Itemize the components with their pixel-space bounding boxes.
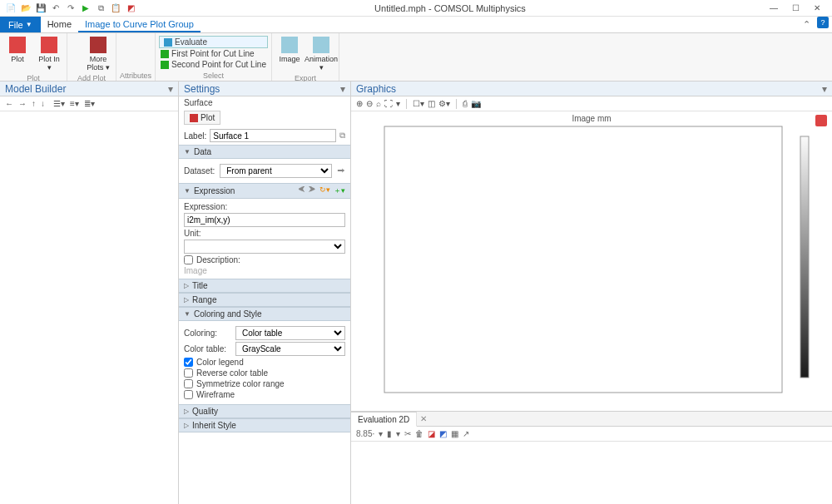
- section-data[interactable]: ▼Data: [179, 145, 350, 159]
- panel-menu-icon[interactable]: ▾: [822, 83, 827, 95]
- bottom-tab-evaluation[interactable]: Evaluation 2D: [351, 412, 417, 427]
- nav-back-icon[interactable]: ←: [5, 99, 13, 108]
- section-coloring[interactable]: ▼Coloring and Style: [179, 307, 350, 321]
- dataset-select[interactable]: From parent: [220, 164, 332, 178]
- expr-insert-icon[interactable]: ＋▾: [334, 185, 345, 196]
- panel-menu-icon[interactable]: ▾: [168, 83, 173, 95]
- paste-icon[interactable]: 📋: [110, 2, 121, 14]
- zoom-box-icon[interactable]: ⌕: [376, 99, 381, 108]
- settings-plot-button[interactable]: Plot: [184, 111, 220, 125]
- eval-del-icon[interactable]: 🗑: [415, 429, 423, 438]
- plot-badge-icon: [815, 115, 827, 126]
- tab-close-icon[interactable]: ✕: [417, 412, 430, 426]
- label-input[interactable]: [210, 129, 336, 142]
- eval-bar-icon[interactable]: ▮: [387, 429, 392, 438]
- eval-plot1-icon[interactable]: ◪: [428, 429, 435, 438]
- undo-icon[interactable]: ↶: [50, 2, 62, 14]
- minimize-button[interactable]: —: [765, 2, 782, 15]
- eval-export-icon[interactable]: ↗: [463, 429, 469, 438]
- plot-button[interactable]: Plot: [3, 35, 32, 73]
- ribbon-group-export: Image Animation ▾ Export: [272, 33, 339, 81]
- unit-select[interactable]: [184, 240, 345, 254]
- expand-icon[interactable]: ☰▾: [53, 99, 65, 108]
- ribbon-tab-active[interactable]: Image to Curve Plot Group: [78, 17, 201, 32]
- first-point-button[interactable]: First Point for Cut Line: [159, 48, 268, 59]
- more-plots-button[interactable]: More Plots ▾: [84, 35, 112, 73]
- expr-back-icon[interactable]: ⮜: [298, 185, 305, 196]
- colortable-select[interactable]: GrayScale: [235, 342, 345, 356]
- eval-grid-icon[interactable]: ▦: [451, 429, 458, 438]
- color-legend-checkbox[interactable]: [184, 358, 193, 367]
- quick-access-toolbar: 📄 📂 💾 ↶ ↷ ▶ ⧉ 📋 ◩: [0, 2, 141, 14]
- collapse-ribbon-icon[interactable]: ⌃: [796, 17, 817, 32]
- eval-format-icon[interactable]: 8.85·: [356, 429, 374, 438]
- zoom-in-icon[interactable]: ⊕: [356, 99, 363, 108]
- bottom-toolbar: 8.85·▾ ▮ ▾ ✂ 🗑 ◪ ◩ ▦ ↗: [351, 427, 832, 442]
- maximize-button[interactable]: ☐: [787, 2, 804, 15]
- image-export-button[interactable]: Image: [275, 35, 304, 73]
- reverse-checkbox[interactable]: [184, 368, 193, 378]
- ribbon-group-plot: Plot Plot In ▾ Plot: [0, 33, 67, 81]
- eval-cut-icon[interactable]: ✂: [404, 429, 411, 438]
- section-title[interactable]: ▷Title: [179, 279, 350, 293]
- save-icon[interactable]: 💾: [35, 2, 47, 14]
- eval-plot2-icon[interactable]: ◩: [439, 429, 447, 438]
- nav-fwd-icon[interactable]: →: [18, 99, 27, 108]
- model-builder-toolbar: ← → ↑ ↓ ☰▾ ≡▾ ≣▾: [0, 96, 178, 111]
- graphics-panel: Graphics▾ ⊕ ⊖ ⌕ ⛶ ▾ ☐▾ ◫ ⚙▾ ⎙ 📷: [351, 82, 832, 412]
- select-icon[interactable]: ◫: [428, 99, 435, 108]
- file-tab[interactable]: File▼: [0, 17, 41, 32]
- options-icon[interactable]: ⚙▾: [438, 99, 450, 108]
- dataset-goto-icon[interactable]: ⮕: [337, 166, 345, 175]
- ribbon-group-select: Evaluate First Point for Cut Line Second…: [156, 33, 272, 81]
- symmetrize-checkbox[interactable]: [184, 379, 193, 388]
- section-inherit[interactable]: ▷Inherit Style: [179, 418, 350, 432]
- plot-icon[interactable]: ◩: [125, 2, 136, 14]
- run-icon[interactable]: ▶: [80, 2, 92, 14]
- section-range[interactable]: ▷Range: [179, 293, 350, 307]
- snapshot-icon[interactable]: ⎙: [463, 99, 468, 108]
- open-icon[interactable]: 📂: [20, 2, 32, 14]
- redo-icon[interactable]: ↷: [65, 2, 77, 14]
- model-tree[interactable]: [0, 111, 178, 504]
- eval-dd1[interactable]: ▾: [379, 429, 383, 438]
- window-title: Untitled.mph - COMSOL Multiphysics: [141, 3, 759, 13]
- expression-input[interactable]: [184, 213, 345, 227]
- expr-replace-icon[interactable]: ↻▾: [319, 185, 330, 196]
- zoom-extents-icon[interactable]: ⛶: [384, 99, 393, 108]
- new-doc-icon[interactable]: 📄: [5, 2, 17, 14]
- settings-title: Settings▾: [179, 82, 350, 96]
- panel-menu-icon[interactable]: ▾: [340, 83, 345, 95]
- label-field-label: Label:: [184, 131, 206, 141]
- ribbon-group-attributes: Attributes: [116, 33, 156, 81]
- nav-up-icon[interactable]: ↑: [32, 99, 36, 108]
- collapse-icon[interactable]: ≡▾: [70, 99, 79, 108]
- description-checkbox[interactable]: [184, 255, 193, 264]
- camera-icon[interactable]: 📷: [471, 99, 481, 108]
- label-link-icon[interactable]: ⧉: [339, 131, 345, 141]
- plot-area[interactable]: Image mm: [351, 111, 832, 411]
- evaluation-table[interactable]: [351, 442, 832, 504]
- copy-icon[interactable]: ⧉: [95, 2, 106, 14]
- filter-icon[interactable]: ≣▾: [84, 99, 95, 108]
- coloring-select[interactable]: Color table: [235, 326, 345, 340]
- eval-dd2[interactable]: ▾: [396, 429, 400, 438]
- close-button[interactable]: ✕: [809, 2, 825, 15]
- expr-fwd-icon[interactable]: ⮞: [309, 185, 316, 196]
- help-icon[interactable]: ?: [817, 17, 829, 28]
- model-builder-title: Model Builder▾: [0, 82, 178, 96]
- section-quality[interactable]: ▷Quality: [179, 404, 350, 418]
- description-placeholder: Image: [184, 266, 345, 275]
- bottom-panel: Evaluation 2D ✕ 8.85·▾ ▮ ▾ ✂ 🗑 ◪ ◩ ▦ ↗: [351, 412, 832, 504]
- second-point-button[interactable]: Second Point for Cut Line: [159, 59, 268, 70]
- section-expression[interactable]: ▼Expression ⮜⮞↻▾＋▾: [179, 183, 350, 199]
- ribbon-tab[interactable]: Home: [41, 17, 78, 32]
- nav-down-icon[interactable]: ↓: [41, 99, 45, 108]
- view-menu-icon[interactable]: ☐▾: [413, 99, 424, 108]
- wireframe-checkbox[interactable]: [184, 390, 193, 399]
- zoom-out-icon[interactable]: ⊖: [366, 99, 373, 108]
- zoom-menu-icon[interactable]: ▾: [396, 99, 400, 108]
- evaluate-button[interactable]: Evaluate: [159, 36, 268, 48]
- plot-in-button[interactable]: Plot In ▾: [35, 35, 63, 73]
- animation-export-button[interactable]: Animation ▾: [307, 35, 335, 73]
